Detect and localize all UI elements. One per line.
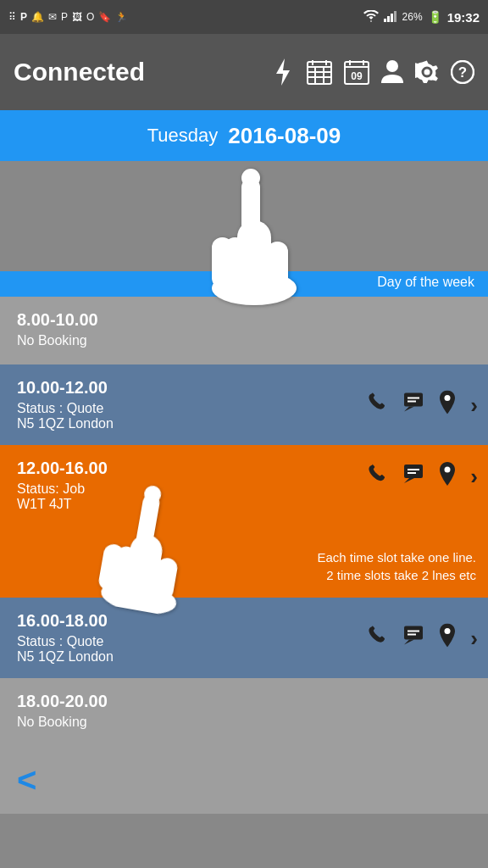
- time-display: 19:32: [447, 10, 480, 25]
- person-icon[interactable]: [381, 59, 403, 85]
- slot-3-time: 12.00-16.00: [17, 459, 369, 478]
- svg-marker-37: [404, 478, 414, 483]
- menu-icon: ⠿: [8, 11, 16, 23]
- day-of-week-tooltip: Day of the week: [0, 271, 488, 297]
- slot-5-status: No Booking: [17, 715, 471, 730]
- toolbar-actions: 09 ?: [271, 58, 474, 86]
- date-label: 2016-08-09: [228, 123, 341, 149]
- svg-rect-3: [394, 11, 396, 22]
- slot-3-tooltip: Each time slot take one line. 2 time slo…: [317, 548, 476, 584]
- slot-3-message-icon[interactable]: [402, 463, 424, 491]
- bookmark-icon: 🔖: [98, 11, 111, 23]
- svg-text:?: ?: [458, 64, 467, 81]
- slot-4-status: Status : Quote: [17, 634, 369, 649]
- slot-4-time: 16.00-18.00: [17, 611, 369, 631]
- slot-2-status: Status : Quote: [17, 401, 369, 416]
- slot-4-actions: ›: [367, 623, 478, 653]
- slot-2-call-icon[interactable]: [367, 391, 389, 419]
- svg-point-40: [445, 467, 451, 473]
- slot-1: 8.00-10.00 No Booking: [0, 297, 488, 364]
- slot-3-actions: ›: [367, 462, 478, 492]
- slot-2-time: 10.00-12.00: [17, 378, 369, 398]
- svg-rect-45: [109, 545, 138, 598]
- slot-1-status: No Booking: [17, 333, 471, 348]
- svg-marker-32: [404, 406, 414, 411]
- svg-point-52: [445, 628, 451, 634]
- p-icon: P: [20, 11, 27, 23]
- app-title: Connected: [14, 58, 263, 86]
- calendar-09-icon[interactable]: 09: [344, 59, 369, 85]
- svg-marker-4: [276, 58, 290, 86]
- battery-icon: 🔋: [428, 10, 442, 24]
- svg-point-30: [241, 169, 260, 187]
- slot-4-address: N5 1QZ London: [17, 649, 369, 665]
- slot-3[interactable]: 12.00-16.00 Status: Job W1T 4JT ›: [0, 445, 488, 598]
- slot-1-time: 8.00-10.00: [17, 310, 471, 330]
- svg-marker-49: [404, 639, 414, 644]
- mail-icon: ✉: [48, 11, 57, 23]
- back-bar: <: [0, 746, 488, 814]
- svg-rect-43: [97, 542, 125, 592]
- svg-text:09: 09: [351, 70, 363, 82]
- slot-5-time: 18.00-20.00: [17, 692, 471, 711]
- svg-rect-2: [391, 14, 393, 22]
- slot-4-call-icon[interactable]: [367, 624, 389, 652]
- svg-point-19: [386, 60, 398, 72]
- svg-rect-31: [404, 392, 423, 406]
- slot-3-call-icon[interactable]: [367, 463, 389, 491]
- wifi-icon: [363, 10, 379, 25]
- app-toolbar: Connected: [0, 34, 488, 110]
- slot-2-message-icon[interactable]: [402, 391, 424, 419]
- flash-icon[interactable]: [271, 58, 295, 86]
- slot-4-location-icon[interactable]: [438, 623, 457, 653]
- day-label: Tuesday: [147, 125, 219, 147]
- settings-icon[interactable]: [415, 60, 439, 84]
- date-header: Tuesday 2016-08-09: [0, 110, 488, 161]
- slot-2-chevron[interactable]: ›: [470, 392, 478, 418]
- slot-3-chevron[interactable]: ›: [470, 464, 478, 490]
- signal-icon: [384, 10, 397, 25]
- status-bar-right: 26% 🔋 19:32: [363, 10, 480, 25]
- slot-5: 18.00-20.00 No Booking: [0, 678, 488, 746]
- svg-point-35: [445, 395, 451, 401]
- slot-4[interactable]: 16.00-18.00 Status : Quote N5 1QZ London…: [0, 598, 488, 678]
- svg-rect-48: [404, 626, 423, 639]
- svg-rect-0: [384, 19, 386, 22]
- photo-icon: 🖼: [72, 11, 82, 23]
- run-icon: 🏃: [115, 11, 128, 23]
- slot-2[interactable]: 10.00-12.00 Status : Quote N5 1QZ London…: [0, 364, 488, 445]
- slot-2-address: N5 1QZ London: [17, 416, 369, 431]
- slot-4-message-icon[interactable]: [402, 624, 424, 652]
- slot-3-location-icon[interactable]: [438, 462, 457, 492]
- svg-rect-29: [241, 178, 260, 237]
- calendar-grid-icon[interactable]: [307, 59, 332, 85]
- slot-3-status: Status: Job: [17, 481, 369, 497]
- svg-rect-1: [387, 16, 390, 22]
- back-button[interactable]: <: [17, 761, 36, 799]
- svg-rect-36: [404, 465, 423, 478]
- help-icon[interactable]: ?: [451, 60, 474, 84]
- slot-2-actions: ›: [367, 390, 478, 420]
- slot-2-location-icon[interactable]: [438, 390, 457, 420]
- svg-rect-44: [152, 556, 179, 601]
- pinterest-icon: P: [61, 11, 68, 23]
- status-bar: ⠿ P 🔔 ✉ P 🖼 O 🔖 🏃 26% 🔋 1: [0, 0, 488, 34]
- slot-3-address: W1T 4JT: [17, 497, 369, 512]
- status-bar-left: ⠿ P 🔔 ✉ P 🖼 O 🔖 🏃: [8, 11, 128, 23]
- battery-percent: 26%: [402, 11, 423, 23]
- date-section: Tuesday 2016-08-09 Day of the week: [0, 110, 488, 297]
- opera-icon: O: [86, 11, 94, 23]
- notification-icon: 🔔: [31, 11, 44, 23]
- slot-4-chevron[interactable]: ›: [470, 625, 478, 651]
